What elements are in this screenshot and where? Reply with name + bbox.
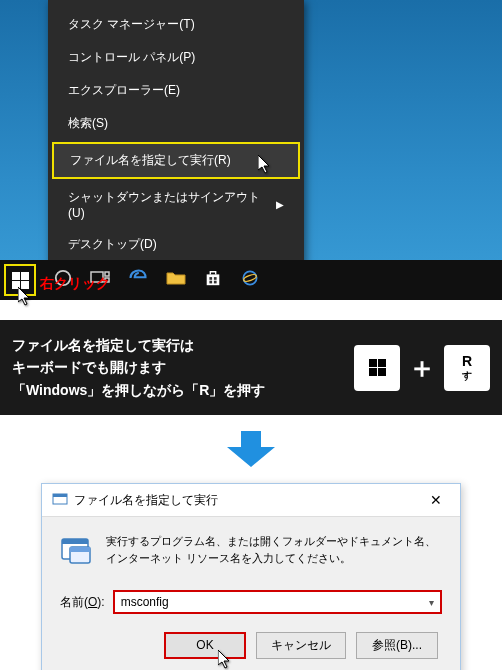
instruction-line: ファイル名を指定して実行は — [12, 334, 265, 356]
name-input-value: msconfig — [121, 595, 169, 609]
menu-item-label: コントロール パネル(P) — [68, 49, 195, 66]
svg-rect-12 — [53, 494, 67, 497]
svg-rect-8 — [214, 281, 217, 284]
svg-rect-7 — [209, 281, 212, 284]
menu-item-control-panel[interactable]: コントロール パネル(P) — [48, 41, 304, 74]
run-dialog-icon — [52, 491, 68, 510]
r-key-icon: R す — [444, 345, 490, 391]
ok-button[interactable]: OK — [164, 632, 246, 659]
windows-logo-icon — [12, 272, 29, 289]
button-label: キャンセル — [271, 638, 331, 652]
dialog-titlebar: ファイル名を指定して実行 ✕ — [42, 484, 460, 517]
menu-item-search[interactable]: 検索(S) — [48, 107, 304, 140]
key-label: R — [462, 353, 472, 369]
dialog-description: 実行するプログラム名、または開くフォルダーやドキュメント名、インターネット リソ… — [106, 533, 442, 570]
menu-item-explorer[interactable]: エクスプローラー(E) — [48, 74, 304, 107]
name-field-label: 名前(O): — [60, 594, 105, 611]
down-arrow-icon — [0, 415, 502, 483]
windows-key-icon — [354, 345, 400, 391]
right-click-annotation: 右クリック — [40, 275, 110, 293]
menu-item-desktop[interactable]: デスクトップ(D) — [48, 228, 304, 261]
menu-item-label: 検索(S) — [68, 115, 108, 132]
menu-item-task-manager[interactable]: タスク マネージャー(T) — [48, 8, 304, 41]
svg-rect-4 — [207, 274, 220, 285]
menu-item-run[interactable]: ファイル名を指定して実行(R) — [52, 142, 300, 179]
svg-rect-6 — [214, 277, 217, 280]
svg-rect-14 — [62, 539, 88, 544]
plus-icon: ＋ — [408, 349, 436, 387]
submenu-arrow-icon: ▶ — [276, 199, 284, 210]
start-context-menu: タスク マネージャー(T) コントロール パネル(P) エクスプローラー(E) … — [48, 0, 304, 269]
key-combo: ＋ R す — [354, 345, 490, 391]
instruction-banner: ファイル名を指定して実行は キーボードでも開けます 「Windows」を押しなが… — [0, 320, 502, 415]
name-input[interactable]: msconfig ▾ — [113, 590, 442, 614]
button-label: OK — [196, 638, 213, 652]
button-label: 参照(B)... — [372, 638, 422, 652]
file-explorer-icon[interactable] — [166, 270, 186, 290]
menu-item-label: シャットダウンまたはサインアウト(U) — [68, 189, 276, 220]
instruction-text: ファイル名を指定して実行は キーボードでも開けます 「Windows」を押しなが… — [12, 334, 265, 401]
browse-button[interactable]: 参照(B)... — [356, 632, 438, 659]
run-dialog: ファイル名を指定して実行 ✕ 実行するプログラム名、または開くフォルダーやドキュ… — [41, 483, 461, 670]
svg-rect-5 — [209, 277, 212, 280]
dropdown-caret-icon[interactable]: ▾ — [429, 597, 434, 608]
svg-rect-16 — [70, 547, 90, 552]
edge-browser-icon[interactable] — [128, 268, 148, 292]
store-icon[interactable] — [204, 269, 222, 291]
run-program-icon — [60, 533, 94, 570]
menu-item-label: タスク マネージャー(T) — [68, 16, 195, 33]
key-sublabel: す — [462, 369, 472, 383]
close-icon: ✕ — [430, 492, 442, 508]
menu-item-label: デスクトップ(D) — [68, 236, 157, 253]
instruction-line: 「Windows」を押しながら「R」を押す — [12, 379, 265, 401]
dialog-title: ファイル名を指定して実行 — [74, 492, 218, 509]
ie-icon[interactable] — [240, 268, 260, 292]
menu-item-label: ファイル名を指定して実行(R) — [70, 152, 231, 169]
start-button[interactable] — [4, 264, 36, 296]
cancel-button[interactable]: キャンセル — [256, 632, 346, 659]
close-button[interactable]: ✕ — [422, 490, 450, 510]
menu-item-shutdown[interactable]: シャットダウンまたはサインアウト(U) ▶ — [48, 181, 304, 228]
instruction-line: キーボードでも開けます — [12, 356, 265, 378]
menu-item-label: エクスプローラー(E) — [68, 82, 180, 99]
desktop-background: タスク マネージャー(T) コントロール パネル(P) エクスプローラー(E) … — [0, 0, 502, 300]
